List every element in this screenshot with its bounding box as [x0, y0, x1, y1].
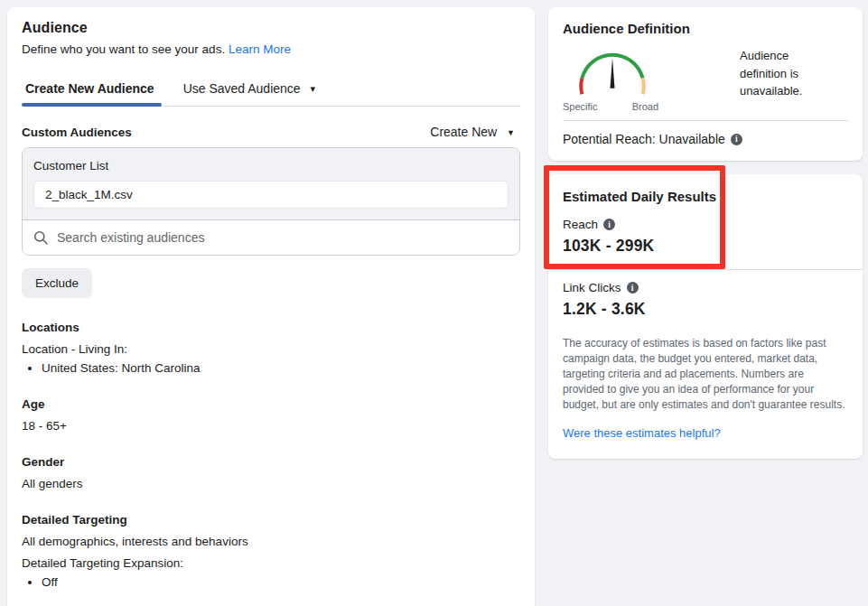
customer-list-section: Customer List 2_black_1M.csv	[23, 148, 519, 220]
gauge-row: Specific Broad Audience definition is un…	[563, 43, 848, 112]
gender-section: Gender All genders	[22, 455, 520, 490]
list-item: United States: North Carolina	[42, 361, 520, 375]
reach-label: Reach	[563, 218, 598, 231]
create-new-dropdown[interactable]: Create New ▼	[430, 125, 520, 139]
link-clicks-label: Link Clicks	[563, 281, 621, 294]
estimates-disclaimer: The accuracy of estimates is based on fa…	[563, 336, 848, 413]
estimated-daily-results-card: Estimated Daily Results Reach i 103K - 2…	[548, 174, 863, 459]
info-icon[interactable]: i	[627, 282, 639, 294]
custom-audiences-label: Custom Audiences	[22, 126, 132, 139]
audience-definition-status: Audience definition is unavailable.	[740, 47, 817, 112]
gauge-label-specific: Specific	[563, 101, 598, 112]
tab-create-new-audience[interactable]: Create New Audience	[25, 81, 154, 106]
subtitle-text: Define who you want to see your ads.	[22, 42, 225, 56]
reach-label-row: Reach i	[563, 218, 848, 231]
potential-reach-text: Potential Reach: Unavailable	[563, 132, 725, 146]
tab-label: Create New Audience	[25, 81, 154, 96]
link-clicks-value: 1.2K - 3.6K	[563, 300, 848, 319]
audience-definition-title: Audience Definition	[563, 21, 848, 36]
detailed-targeting-expansion-line: Detailed Targeting Expansion:	[22, 556, 520, 570]
audience-search-row	[23, 220, 519, 255]
search-icon	[33, 230, 48, 245]
gauge-labels: Specific Broad	[563, 101, 662, 112]
chevron-down-icon: ▾	[311, 83, 316, 95]
custom-audiences-box: Customer List 2_black_1M.csv	[22, 147, 520, 256]
custom-audiences-header: Custom Audiences Create New ▼	[22, 125, 520, 139]
reach-metric: Reach i 103K - 299K	[563, 218, 848, 256]
audience-tabs: Create New Audience Use Saved Audience ▾	[22, 81, 520, 107]
tab-use-saved-audience[interactable]: Use Saved Audience ▾	[183, 81, 315, 106]
audience-gauge: Specific Broad	[563, 43, 662, 112]
locations-line: Location - Living In:	[22, 342, 520, 356]
detailed-targeting-line: All demographics, interests and behavior…	[22, 535, 520, 548]
link-clicks-metric: Link Clicks i 1.2K - 3.6K	[563, 281, 848, 319]
chevron-down-icon: ▼	[507, 128, 515, 137]
age-heading: Age	[22, 397, 520, 411]
audience-definition-card: Audience Definition Specific Broad Audie…	[548, 7, 863, 161]
locations-heading: Locations	[22, 321, 520, 334]
potential-reach-row: Potential Reach: Unavailable i	[563, 132, 848, 146]
create-new-label: Create New	[430, 125, 497, 139]
age-value: 18 - 65+	[22, 419, 520, 433]
learn-more-link[interactable]: Learn More	[229, 42, 291, 56]
panel-subtitle: Define who you want to see your ads. Lea…	[22, 42, 520, 56]
expansion-list: Off	[42, 575, 520, 589]
page-title: Audience	[22, 20, 520, 36]
customer-list-label: Customer List	[33, 159, 509, 172]
age-section: Age 18 - 65+	[22, 397, 520, 433]
locations-list: United States: North Carolina	[42, 361, 520, 375]
detailed-targeting-section: Detailed Targeting All demographics, int…	[22, 513, 520, 589]
reach-value: 103K - 299K	[563, 237, 848, 256]
estimates-feedback-link[interactable]: Were these estimates helpful?	[563, 426, 721, 440]
info-icon[interactable]: i	[603, 219, 615, 230]
gauge-meter-icon	[563, 43, 662, 98]
estimated-daily-results-title: Estimated Daily Results	[563, 189, 848, 204]
gender-heading: Gender	[22, 455, 520, 469]
detailed-targeting-heading: Detailed Targeting	[22, 513, 520, 527]
gender-value: All genders	[22, 477, 520, 490]
info-icon[interactable]: i	[731, 134, 742, 145]
exclude-button[interactable]: Exclude	[22, 268, 92, 298]
customer-list-file[interactable]: 2_black_1M.csv	[33, 181, 509, 209]
search-input[interactable]	[57, 230, 509, 245]
list-item: Off	[42, 575, 520, 589]
link-clicks-label-row: Link Clicks i	[563, 281, 848, 294]
locations-section: Locations Location - Living In: United S…	[22, 321, 520, 375]
divider	[563, 120, 848, 121]
divider	[548, 269, 863, 270]
audience-panel: Audience Define who you want to see your…	[7, 7, 535, 606]
active-tab-underline	[22, 103, 162, 107]
tab-label: Use Saved Audience	[183, 81, 301, 96]
gauge-label-broad: Broad	[632, 101, 658, 112]
